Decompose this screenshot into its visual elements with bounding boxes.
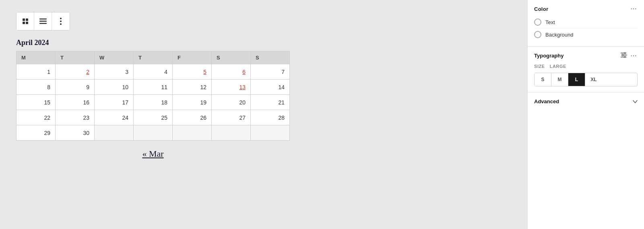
calendar-day: 23 <box>56 110 95 125</box>
svg-rect-4 <box>39 18 47 20</box>
calendar-day-link[interactable]: 5 <box>173 64 212 80</box>
calendar-table: M T W T F S S 1 2 3 4 5 6 7 <box>16 51 290 141</box>
table-row: 15 16 17 18 19 20 21 <box>17 95 290 110</box>
svg-rect-5 <box>39 21 47 22</box>
calendar-day: 4 <box>134 64 173 80</box>
calendar-day-empty <box>95 125 134 141</box>
svg-point-15 <box>624 56 626 58</box>
size-m-button[interactable]: M <box>551 73 568 86</box>
calendar-title: April 2024 <box>16 39 290 47</box>
size-l-button[interactable]: L <box>568 73 585 86</box>
right-panel: Color ⋯ Text Background Typography <box>527 0 644 229</box>
size-row: SIZE LARGE <box>534 64 638 69</box>
table-row: 22 23 24 25 26 27 28 <box>17 110 290 125</box>
svg-point-9 <box>60 23 62 25</box>
calendar-day: 25 <box>134 110 173 125</box>
typography-more-button[interactable]: ⋯ <box>630 53 638 59</box>
calendar-day: 17 <box>95 95 134 110</box>
weekday-sun: S <box>251 51 290 64</box>
calendar-day: 22 <box>17 110 56 125</box>
color-text-option[interactable]: Text <box>534 16 638 28</box>
grid-icon <box>22 18 29 25</box>
calendar-day: 30 <box>56 125 95 141</box>
color-text-label: Text <box>545 19 555 25</box>
calendar-widget: April 2024 M T W T F S S 1 2 3 4 <box>16 39 290 159</box>
color-background-radio[interactable] <box>534 31 541 38</box>
calendar-day: 1 <box>17 64 56 80</box>
svg-point-8 <box>60 20 62 22</box>
svg-point-14 <box>622 54 623 56</box>
size-value: LARGE <box>550 64 566 69</box>
color-background-label: Background <box>545 32 573 38</box>
list-view-button[interactable] <box>34 12 52 30</box>
size-buttons: S M L XL <box>534 73 638 86</box>
main-canvas: April 2024 M T W T F S S 1 2 3 4 <box>0 0 527 229</box>
table-row: 1 2 3 4 5 6 7 <box>17 64 290 80</box>
color-more-icon: ⋯ <box>630 5 637 12</box>
more-icon <box>60 18 62 25</box>
size-s-button[interactable]: S <box>535 73 551 86</box>
svg-rect-1 <box>26 18 28 21</box>
calendar-day: 7 <box>251 64 290 80</box>
svg-point-7 <box>60 18 62 19</box>
filter-icon <box>621 52 627 58</box>
calendar-day-link[interactable]: 2 <box>56 64 95 80</box>
svg-point-13 <box>624 52 626 54</box>
calendar-day: 15 <box>17 95 56 110</box>
calendar-day: 11 <box>134 80 173 95</box>
toolbar <box>16 12 70 31</box>
calendar-day-empty <box>134 125 173 141</box>
weekday-fri: F <box>173 51 212 64</box>
color-section: Color ⋯ Text Background <box>528 0 644 47</box>
color-more-button[interactable]: ⋯ <box>630 6 638 12</box>
typography-title: Typography <box>534 53 564 59</box>
svg-rect-6 <box>39 23 47 24</box>
calendar-day-empty <box>173 125 212 141</box>
calendar-day: 3 <box>95 64 134 80</box>
more-options-button[interactable] <box>52 12 70 30</box>
typography-filter-button[interactable] <box>621 52 627 59</box>
calendar-day: 20 <box>212 95 251 110</box>
calendar-day-link[interactable]: 13 <box>212 80 251 95</box>
size-label: SIZE <box>534 64 545 69</box>
grid-view-button[interactable] <box>17 12 34 30</box>
table-row: 29 30 <box>17 125 290 141</box>
color-section-title: Color <box>534 6 548 12</box>
calendar-day: 14 <box>251 80 290 95</box>
calendar-day: 29 <box>17 125 56 141</box>
calendar-nav: « Mar <box>16 149 290 159</box>
color-text-radio[interactable] <box>534 18 541 26</box>
advanced-section: Advanced <box>528 92 644 110</box>
weekday-thu: T <box>134 51 173 64</box>
calendar-day: 8 <box>17 80 56 95</box>
calendar-day: 16 <box>56 95 95 110</box>
weekday-wed: W <box>95 51 134 64</box>
calendar-day: 21 <box>251 95 290 110</box>
weekday-mon: M <box>17 51 56 64</box>
advanced-title: Advanced <box>534 98 559 104</box>
typography-header: Typography ⋯ <box>534 52 638 59</box>
calendar-day: 9 <box>56 80 95 95</box>
list-icon <box>39 18 47 24</box>
calendar-day-empty <box>212 125 251 141</box>
svg-rect-2 <box>23 22 25 24</box>
svg-rect-3 <box>26 22 28 24</box>
table-row: 8 9 10 11 12 13 14 <box>17 80 290 95</box>
svg-rect-0 <box>23 18 25 21</box>
calendar-day: 26 <box>173 110 212 125</box>
prev-month-link[interactable]: « Mar <box>142 149 163 159</box>
weekday-tue: T <box>56 51 95 64</box>
color-section-header: Color ⋯ <box>534 6 638 12</box>
calendar-day: 28 <box>251 110 290 125</box>
typography-section: Typography ⋯ SIZE LARGE <box>528 47 644 92</box>
advanced-header[interactable]: Advanced <box>534 98 638 104</box>
calendar-day: 10 <box>95 80 134 95</box>
color-background-option[interactable]: Background <box>534 28 638 41</box>
calendar-header-row: M T W T F S S <box>17 51 290 64</box>
size-xl-button[interactable]: XL <box>585 73 602 86</box>
calendar-day: 12 <box>173 80 212 95</box>
calendar-day: 27 <box>212 110 251 125</box>
calendar-day-link[interactable]: 6 <box>212 64 251 80</box>
chevron-down-icon <box>633 98 638 104</box>
calendar-day: 24 <box>95 110 134 125</box>
